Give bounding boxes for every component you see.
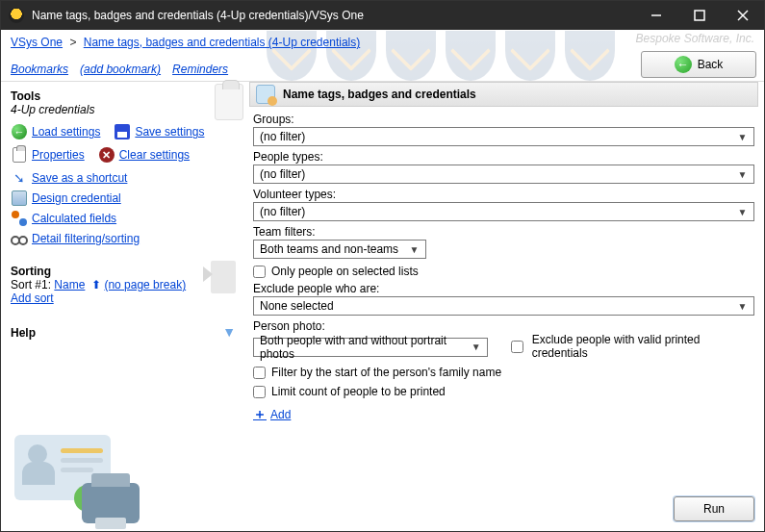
only-selected-lists-checkbox[interactable]: [253, 266, 266, 278]
exclude-valid-cred-checkbox[interactable]: [511, 341, 523, 353]
volunteer-types-label: Volunteer types:: [253, 188, 754, 201]
sort-field-link[interactable]: Name: [54, 278, 85, 291]
design-icon: [12, 190, 27, 206]
load-settings-link[interactable]: Load settings: [32, 125, 100, 139]
properties-icon: [13, 147, 26, 163]
reminders-link[interactable]: Reminders: [172, 63, 228, 76]
bookmarks-link[interactable]: Bookmarks: [11, 63, 68, 76]
panel-title: Name tags, badges and credentials: [283, 88, 476, 101]
chevron-down-icon: ▼: [735, 169, 750, 180]
minimize-button[interactable]: [634, 1, 677, 30]
back-arrow-icon: ←: [675, 56, 692, 73]
groups-select[interactable]: (no filter) ▼: [253, 127, 754, 146]
save-icon: [115, 124, 130, 139]
panel-header-icon: [256, 85, 275, 104]
save-settings-link[interactable]: Save settings: [135, 125, 204, 139]
sort-prefix: Sort #1:: [11, 278, 54, 291]
calculated-fields-link[interactable]: Calculated fields: [32, 212, 116, 225]
back-button[interactable]: ← Back: [641, 51, 756, 78]
team-filters-value: Both teams and non-teams: [260, 242, 398, 256]
shortcut-icon: ➘: [11, 169, 28, 187]
add-label: Add: [270, 408, 291, 421]
sort-up-icon[interactable]: ⬆: [89, 278, 101, 291]
limit-count-checkbox[interactable]: [253, 386, 266, 398]
people-types-select[interactable]: (no filter) ▼: [253, 165, 754, 184]
app-icon: [9, 8, 24, 23]
groups-label: Groups:: [253, 113, 754, 126]
window-title: Name tags, badges and credentials (4-Up …: [32, 9, 634, 22]
breadcrumb-root[interactable]: VSys One: [11, 36, 63, 49]
calc-icon: [12, 211, 27, 226]
help-heading: Help: [11, 326, 240, 340]
chevron-down-icon: ▼: [735, 207, 750, 217]
svg-rect-1: [695, 11, 704, 20]
breadcrumb-page[interactable]: Name tags, badges and credentials (4-Up …: [84, 36, 360, 49]
exclude-valid-cred-label: Exclude people with valid printed creden…: [532, 333, 754, 360]
person-photo-value: Both people with and without portrait ph…: [260, 334, 470, 361]
back-label: Back: [698, 58, 724, 71]
chevron-down-icon: ▼: [470, 342, 483, 352]
groups-value: (no filter): [260, 130, 305, 143]
breadcrumb: VSys One > Name tags, badges and credent…: [11, 36, 360, 49]
run-button[interactable]: Run: [674, 496, 754, 521]
detail-filtering-link[interactable]: Detail filtering/sorting: [32, 232, 140, 245]
panel-header: Name tags, badges and credentials: [249, 82, 758, 107]
run-label: Run: [703, 502, 725, 516]
close-button[interactable]: [721, 1, 764, 30]
filter-family-name-label: Filter by the start of the person's fami…: [271, 366, 501, 379]
save-shortcut-link[interactable]: Save as a shortcut: [32, 171, 127, 185]
main-panel: Name tags, badges and credentials Groups…: [249, 82, 764, 531]
person-photo-label: Person photo:: [253, 319, 754, 333]
brand-label: Bespoke Software, Inc.: [636, 32, 754, 45]
filter-icon: [11, 236, 28, 245]
load-icon: ←: [12, 124, 27, 139]
chevron-down-icon: ▼: [407, 244, 421, 255]
help-expand-icon[interactable]: ▼: [222, 324, 236, 340]
clipboard-icon: [215, 84, 243, 120]
clear-settings-link[interactable]: Clear settings: [119, 148, 190, 162]
only-selected-lists-label: Only people on selected lists: [271, 265, 419, 278]
sidebar: Tools 4-Up credentials ← Load settings S…: [1, 82, 249, 531]
chevron-down-icon: ▼: [735, 301, 750, 312]
volunteer-types-value: (no filter): [260, 205, 305, 218]
clear-icon: ✕: [99, 147, 115, 163]
add-bookmark-link[interactable]: (add bookmark): [80, 63, 161, 76]
people-types-value: (no filter): [260, 167, 305, 181]
person-photo-select[interactable]: Both people with and without portrait ph…: [253, 338, 488, 357]
add-sort-link[interactable]: Add sort: [11, 291, 54, 305]
exclude-who-value: None selected: [260, 299, 334, 313]
filter-family-name-checkbox[interactable]: [253, 367, 266, 379]
team-filters-select[interactable]: Both teams and non-teams ▼: [253, 240, 426, 259]
design-credential-link[interactable]: Design credential: [32, 191, 121, 205]
chevron-down-icon: ▼: [735, 132, 750, 142]
add-link[interactable]: ＋ Add: [253, 406, 754, 423]
team-filters-label: Team filters:: [253, 225, 754, 239]
document-icon: [211, 261, 236, 293]
maximize-button[interactable]: [677, 1, 721, 30]
breadcrumb-sep: >: [65, 36, 80, 49]
plus-icon: ＋: [253, 406, 267, 423]
credential-illustration: ✓: [14, 427, 140, 523]
properties-link[interactable]: Properties: [32, 148, 85, 162]
limit-count-label: Limit count of people to be printed: [271, 385, 446, 398]
volunteer-types-select[interactable]: (no filter) ▼: [253, 202, 754, 221]
exclude-who-label: Exclude people who are:: [253, 282, 754, 295]
people-types-label: People types:: [253, 150, 754, 164]
titlebar: Name tags, badges and credentials (4-Up …: [1, 1, 764, 30]
top-zone: VSys One > Name tags, badges and credent…: [1, 30, 764, 82]
tools-heading: Tools: [11, 89, 240, 103]
exclude-who-select[interactable]: None selected ▼: [253, 296, 754, 316]
sort-pagebreak-link[interactable]: (no page break): [104, 278, 186, 291]
tools-subtitle: 4-Up credentials: [11, 103, 240, 116]
